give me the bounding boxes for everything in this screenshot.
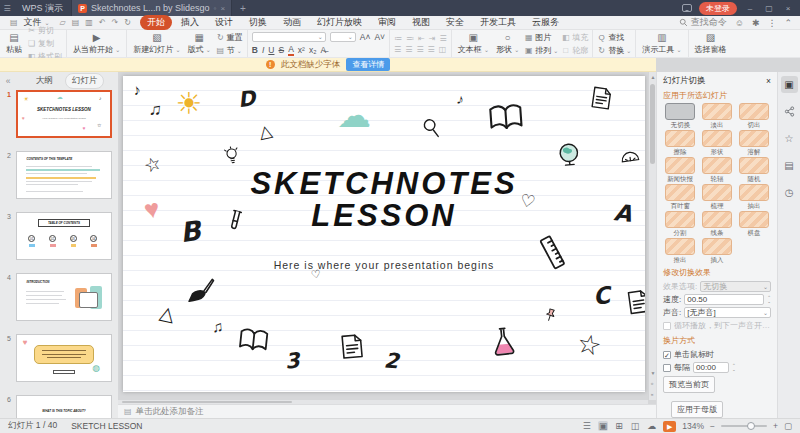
menu-tab-插入[interactable]: 插入 xyxy=(174,15,206,30)
picture-button[interactable]: ▦图片 xyxy=(524,32,558,43)
zoom-slider-knob[interactable] xyxy=(747,422,755,430)
strikethrough-button[interactable]: S xyxy=(278,45,284,55)
selection-pane-button[interactable]: ▨ 选择窗格 xyxy=(693,32,729,55)
menu-tab-云服务[interactable]: 云服务 xyxy=(525,15,566,30)
transition-effect-梳理[interactable]: 梳理 xyxy=(700,184,734,210)
notes-bar[interactable]: ▤ 单击此处添加备注 xyxy=(118,404,656,418)
on-click-checkbox[interactable]: ✓ xyxy=(663,351,671,359)
zoom-out-icon[interactable]: − xyxy=(710,421,715,431)
transition-effect-擦除[interactable]: 擦除 xyxy=(663,130,697,156)
slide-thumbnail-1[interactable]: 1 SKETCHNOTES LESSON Here is where your … xyxy=(2,90,112,138)
repeat-icon[interactable]: ↻ xyxy=(121,18,134,27)
new-slide-button[interactable]: ▧ 新建幻灯片 ⌄ xyxy=(131,32,182,55)
menu-tab-幻灯片放映[interactable]: 幻灯片放映 xyxy=(310,15,369,30)
transition-effect-插入[interactable]: 插入 xyxy=(700,238,734,264)
slide-thumbnail-2[interactable]: 2 CONTENTS OF THIS TEMPLATE xyxy=(2,151,112,199)
notes-placeholder[interactable]: 单击此处添加备注 xyxy=(136,406,204,418)
every-time-input[interactable]: 00:00 xyxy=(693,362,729,373)
document-tab[interactable]: P Sketchnotes L...n by Slidesgo ◦ × xyxy=(71,0,232,16)
login-status-badge[interactable]: 未登录 xyxy=(699,2,737,15)
cloud-sync-icon[interactable]: ☁ xyxy=(646,421,657,431)
transition-effect-随机[interactable]: 随机 xyxy=(737,157,771,183)
minimize-button[interactable]: – xyxy=(744,4,756,13)
save-icon[interactable]: ▤ xyxy=(69,18,83,27)
vertical-scrollbar[interactable]: ▲ ▼ « » xyxy=(648,72,656,400)
shapes-button[interactable]: ○ 形状 ⌄ xyxy=(494,32,521,55)
reading-view-icon[interactable]: ◫ xyxy=(630,421,641,431)
transition-effect-淡出[interactable]: 淡出 xyxy=(700,103,734,129)
transition-effect-棋盘[interactable]: 棋盘 xyxy=(737,211,771,237)
close-pane-icon[interactable]: × xyxy=(766,76,771,86)
slide-thumbnail-3[interactable]: 3 TABLE OF CONTENTS 01 02 03 04 xyxy=(2,212,112,260)
zoom-level[interactable]: 134% xyxy=(682,421,704,431)
preview-current-page-button[interactable]: 预览当前页 xyxy=(663,376,715,393)
transition-effect-新闻快报[interactable]: 新闻快报 xyxy=(663,157,697,183)
slides-tab[interactable]: 幻灯片 xyxy=(65,73,105,89)
find-button[interactable]: Q查找 xyxy=(597,32,631,43)
zoom-slider[interactable] xyxy=(721,425,767,427)
shrink-font-button[interactable]: A˅ xyxy=(374,32,385,42)
assistant-icon[interactable]: ☺ xyxy=(735,18,744,28)
menu-tab-开始[interactable]: 开始 xyxy=(140,15,172,30)
slide-subtitle[interactable]: Here is where your presentation begins xyxy=(123,259,645,271)
slide-sorter-view-icon[interactable]: ⊞ xyxy=(614,421,624,431)
scrollbar-thumb[interactable] xyxy=(650,84,655,164)
transition-effect-百叶窗[interactable]: 百叶窗 xyxy=(663,184,697,210)
transition-effect-切出[interactable]: 切出 xyxy=(737,103,771,129)
every-time-spinner[interactable]: ⌃⌄ xyxy=(732,364,736,372)
zoom-in-icon[interactable]: + xyxy=(773,421,778,431)
share-icon[interactable] xyxy=(781,103,798,120)
play-from-current-button[interactable]: ▶ 从当前开始 ⌄ xyxy=(71,32,122,55)
arrange-button[interactable]: ▣排列 ⌄ xyxy=(524,45,558,56)
close-window-button[interactable]: × xyxy=(782,4,794,13)
slide-thumbnail-6[interactable]: 6 WHAT IS THIS TOPIC ABOUT? xyxy=(2,395,112,418)
undo-icon[interactable]: ↶ xyxy=(96,18,109,27)
collapse-ribbon-icon[interactable]: ⌃ xyxy=(784,18,792,28)
task-pane-icon[interactable]: ▣ xyxy=(781,76,798,93)
menu-tab-安全[interactable]: 安全 xyxy=(439,15,471,30)
transition-effect-分割[interactable]: 分割 xyxy=(663,211,697,237)
transition-effect-线条[interactable]: 线条 xyxy=(700,211,734,237)
pin-tab-icon[interactable]: ◦ xyxy=(214,4,217,13)
scrollbar-thumb[interactable] xyxy=(122,401,292,403)
more-icon[interactable]: ⋮ xyxy=(767,18,776,28)
slide-title[interactable]: SKETCHNOTES LESSON xyxy=(123,168,645,233)
close-tab-icon[interactable]: × xyxy=(220,4,225,13)
transition-effect-溶解[interactable]: 溶解 xyxy=(737,130,771,156)
beautify-icon[interactable]: ☆ xyxy=(781,130,798,147)
outline-tab[interactable]: 大纲 xyxy=(30,74,59,88)
view-details-button[interactable]: 查看详情 xyxy=(346,58,390,71)
superscript-button[interactable]: x² xyxy=(298,45,305,55)
maximize-button[interactable]: ▢ xyxy=(763,4,775,13)
font-size-select[interactable]: ⌄ xyxy=(330,32,356,42)
underline-button[interactable]: U xyxy=(268,45,274,55)
transition-effect-推出[interactable]: 推出 xyxy=(663,238,697,264)
presenter-tools-button[interactable]: ▥ 演示工具 ⌄ xyxy=(640,32,683,55)
menu-tab-动画[interactable]: 动画 xyxy=(276,15,308,30)
transition-effect-轮辐[interactable]: 轮辐 xyxy=(700,157,734,183)
transition-effect-无切换[interactable]: 无切换 xyxy=(663,103,697,129)
fit-window-icon[interactable]: ▢ xyxy=(784,421,792,431)
command-search[interactable]: 查找命令 xyxy=(679,16,727,29)
subscript-button[interactable]: x₂ xyxy=(309,45,317,55)
auto-advance-checkbox[interactable] xyxy=(663,364,671,372)
sound-select[interactable]: [无声音]⌄ xyxy=(684,307,771,318)
replace-button[interactable]: ↻替换 ⌄ xyxy=(597,45,631,56)
menu-tab-开发工具[interactable]: 开发工具 xyxy=(473,15,523,30)
slide-1[interactable]: ♪♫☀D△☆☁♪♥B△♫32♡♡AC☆ SKETCHNOTES LESSON H… xyxy=(123,76,645,392)
menu-tab-切换[interactable]: 切换 xyxy=(242,15,274,30)
normal-view-icon[interactable]: ▣ xyxy=(598,421,609,431)
textbox-button[interactable]: ▣ 文本框 ⌄ xyxy=(456,32,491,55)
redo-icon[interactable]: ↷ xyxy=(109,18,122,27)
speed-spinner[interactable]: ⌃⌄ xyxy=(767,296,771,304)
menu-tab-设计[interactable]: 设计 xyxy=(208,15,240,30)
apply-to-master-button[interactable]: 应用于母版 xyxy=(671,401,723,418)
slide-canvas[interactable]: ♪♫☀D△☆☁♪♥B△♫32♡♡AC☆ SKETCHNOTES LESSON H… xyxy=(118,72,656,400)
menu-tab-审阅[interactable]: 审阅 xyxy=(371,15,403,30)
feedback-icon[interactable] xyxy=(682,4,692,12)
new-tab-button[interactable]: + xyxy=(232,3,254,14)
reset-button[interactable]: ↻重置 xyxy=(216,32,243,43)
font-name-select[interactable]: ⌄ xyxy=(252,32,326,42)
transition-effect-抽出[interactable]: 抽出 xyxy=(737,184,771,210)
slideshow-play-button[interactable]: ▶ xyxy=(663,421,676,432)
